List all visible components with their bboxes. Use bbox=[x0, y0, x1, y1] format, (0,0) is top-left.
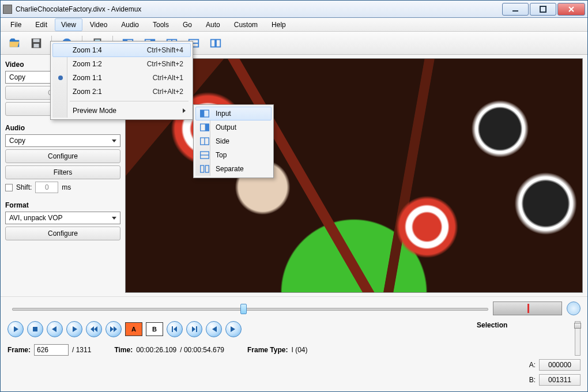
frametype-label: Frame Type: bbox=[247, 346, 288, 354]
format-value: AVI, unpack VOP bbox=[9, 214, 63, 222]
submenu-arrow-icon bbox=[183, 108, 186, 113]
prev-keyframe-button[interactable] bbox=[86, 321, 102, 337]
shift-unit: ms bbox=[62, 183, 71, 191]
set-marker-a-button[interactable]: A bbox=[125, 322, 142, 336]
format-configure-button[interactable]: Configure bbox=[5, 227, 120, 240]
submenu-separate[interactable]: Separate bbox=[195, 162, 272, 176]
maximize-button[interactable] bbox=[530, 3, 556, 16]
goto-marker-b-button[interactable] bbox=[186, 321, 202, 337]
frame-label: Frame: bbox=[7, 346, 31, 354]
window-title: CharlieChocolateFactory.divx - Avidemux bbox=[16, 5, 141, 13]
menu-go[interactable]: Go bbox=[176, 18, 198, 31]
menu-preview-mode[interactable]: Preview Mode bbox=[52, 104, 191, 118]
menu-zoom-1-4[interactable]: Zoom 1:4Ctrl+Shift+4 bbox=[52, 43, 191, 57]
layout-separate-icon[interactable] bbox=[206, 35, 225, 51]
time-total: / 00:00:54.679 bbox=[180, 346, 224, 354]
submenu-label: Input bbox=[216, 110, 231, 118]
submenu-label: Top bbox=[216, 151, 227, 159]
playback-controls: A B bbox=[7, 321, 465, 337]
menu-item-label: Zoom 1:1 bbox=[73, 74, 102, 82]
separate-layout-icon bbox=[199, 164, 210, 174]
menu-tools[interactable]: Tools bbox=[146, 18, 175, 31]
svg-rect-3 bbox=[33, 39, 40, 42]
menu-audio[interactable]: Audio bbox=[115, 18, 145, 31]
menu-separator bbox=[70, 101, 189, 101]
save-icon[interactable] bbox=[27, 35, 46, 51]
svg-rect-35 bbox=[172, 326, 173, 332]
body: Video Copy Configure Filters Audio Copy … bbox=[1, 55, 587, 296]
view-menu-dropdown: Zoom 1:4Ctrl+Shift+4Zoom 1:2Ctrl+Shift+2… bbox=[50, 41, 193, 120]
submenu-label: Output bbox=[216, 123, 236, 131]
audio-configure-button[interactable]: Configure bbox=[5, 149, 120, 163]
time-value: 00:00:26.109 bbox=[136, 346, 176, 354]
svg-rect-23 bbox=[216, 39, 220, 47]
menu-accel: Ctrl+Shift+2 bbox=[147, 60, 183, 68]
prev-frame-button[interactable] bbox=[47, 321, 63, 337]
svg-rect-1 bbox=[540, 6, 546, 12]
menu-file[interactable]: File bbox=[4, 18, 28, 31]
format-heading: Format bbox=[5, 201, 120, 209]
submenu-input[interactable]: Input bbox=[195, 107, 272, 120]
audio-filters-button[interactable]: Filters bbox=[5, 165, 120, 179]
menu-zoom-2-1[interactable]: Zoom 2:1Ctrl+Alt+2 bbox=[52, 85, 191, 99]
bottom-panel: A B Frame: 626 / 1311 Time: 00:00: bbox=[1, 296, 587, 391]
play-button[interactable] bbox=[7, 321, 24, 337]
svg-rect-4 bbox=[33, 43, 39, 47]
volume-slider[interactable] bbox=[575, 321, 581, 356]
menu-zoom-1-2[interactable]: Zoom 1:2Ctrl+Shift+2 bbox=[52, 57, 191, 71]
shuttle-wheel-icon[interactable] bbox=[567, 301, 581, 315]
next-black-button[interactable] bbox=[225, 321, 242, 337]
volume-thumb[interactable] bbox=[574, 323, 581, 329]
submenu-side[interactable]: Side bbox=[195, 134, 272, 148]
format-select[interactable]: AVI, unpack VOP bbox=[5, 212, 120, 224]
menu-item-label: Zoom 2:1 bbox=[73, 88, 102, 96]
selection-b-value[interactable]: 001311 bbox=[539, 374, 581, 386]
svg-rect-32 bbox=[201, 165, 204, 172]
open-file-icon[interactable] bbox=[5, 35, 24, 51]
submenu-output[interactable]: Output bbox=[195, 120, 272, 134]
audio-codec-select[interactable]: Copy bbox=[5, 134, 120, 147]
stop-button[interactable] bbox=[27, 321, 43, 337]
shift-spinner[interactable]: 0 bbox=[35, 182, 58, 193]
time-label: Time: bbox=[114, 346, 133, 354]
top-layout-icon bbox=[199, 150, 210, 160]
close-button[interactable] bbox=[557, 3, 585, 16]
svg-rect-36 bbox=[196, 326, 197, 332]
frametype-value: I (04) bbox=[291, 346, 307, 354]
video-codec-value: Copy bbox=[9, 73, 25, 81]
menu-zoom-1-1[interactable]: Zoom 1:1Ctrl+Alt+1 bbox=[52, 71, 191, 85]
svg-rect-25 bbox=[201, 110, 205, 117]
timeline-thumb[interactable] bbox=[240, 304, 247, 314]
menu-auto[interactable]: Auto bbox=[199, 18, 227, 31]
audio-heading: Audio bbox=[5, 124, 120, 132]
menubar: FileEditViewVideoAudioToolsGoAutoCustomH… bbox=[1, 18, 587, 32]
menu-accel: Ctrl+Shift+4 bbox=[147, 46, 183, 54]
menu-edit[interactable]: Edit bbox=[29, 18, 54, 31]
jog-dial[interactable] bbox=[493, 301, 562, 315]
goto-marker-a-button[interactable] bbox=[167, 321, 183, 337]
submenu-top[interactable]: Top bbox=[195, 148, 272, 162]
frame-input[interactable]: 626 bbox=[34, 344, 69, 356]
shift-checkbox[interactable] bbox=[5, 184, 13, 191]
menu-view[interactable]: View bbox=[55, 18, 82, 31]
svg-rect-0 bbox=[512, 10, 518, 12]
svg-rect-34 bbox=[33, 327, 37, 331]
submenu-label: Side bbox=[216, 137, 229, 145]
prev-black-button[interactable] bbox=[206, 321, 222, 337]
preview-mode-submenu: InputOutputSideTopSeparate bbox=[193, 104, 274, 178]
menu-video[interactable]: Video bbox=[84, 18, 114, 31]
menu-help[interactable]: Help bbox=[265, 18, 292, 31]
set-marker-b-button[interactable]: B bbox=[146, 322, 163, 336]
timeline-slider[interactable] bbox=[12, 303, 488, 314]
next-frame-button[interactable] bbox=[66, 321, 82, 337]
minimize-button[interactable] bbox=[502, 3, 529, 16]
menu-custom[interactable]: Custom bbox=[228, 18, 264, 31]
output-layout-icon bbox=[199, 123, 210, 132]
selection-b-label: B: bbox=[529, 376, 536, 384]
frame-total: / 1311 bbox=[72, 346, 91, 354]
menu-item-label: Zoom 1:4 bbox=[73, 46, 102, 54]
selection-a-value[interactable]: 000000 bbox=[539, 359, 581, 371]
next-keyframe-button[interactable] bbox=[105, 321, 122, 337]
selection-heading: Selection bbox=[477, 321, 570, 329]
submenu-label: Separate bbox=[216, 165, 244, 173]
